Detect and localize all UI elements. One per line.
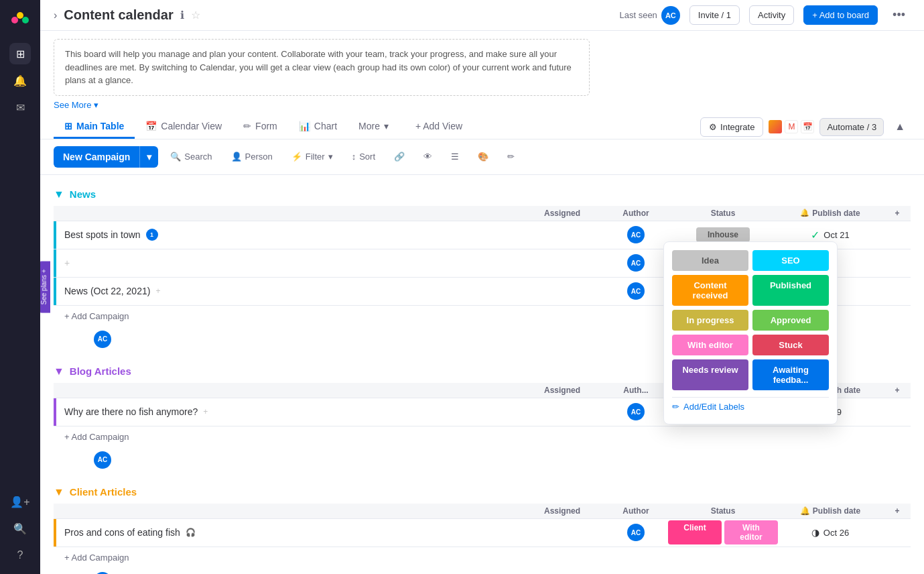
sort-button[interactable]: ↕ Sort bbox=[345, 148, 382, 166]
collapse-sidebar-icon[interactable]: › bbox=[54, 9, 57, 21]
app-logo[interactable] bbox=[8, 8, 32, 32]
group-news-title[interactable]: News bbox=[70, 188, 96, 200]
tab-calendar-view[interactable]: 📅 Calendar View bbox=[135, 115, 233, 139]
row-name-eating-fish[interactable]: Pros and cons of eating fish 🎧 bbox=[56, 520, 522, 544]
col-header-add-client[interactable]: + bbox=[884, 506, 911, 516]
status-badge-with-editor[interactable]: With editor bbox=[724, 520, 778, 544]
nav-add-icon[interactable]: 👤+ bbox=[9, 491, 31, 512]
add-to-board-button[interactable]: + Add to board bbox=[803, 5, 878, 25]
status-option-idea[interactable]: Idea bbox=[672, 250, 748, 271]
status-option-seo[interactable]: SEO bbox=[752, 250, 829, 271]
filter-button[interactable]: ⚡ Filter ▾ bbox=[285, 148, 340, 166]
status-option-awaiting[interactable]: Awaiting feedba... bbox=[752, 359, 829, 390]
paint-icon[interactable]: 🎨 bbox=[471, 148, 495, 166]
tab-chart[interactable]: 📊 Chart bbox=[288, 115, 348, 139]
more-options-icon[interactable]: ••• bbox=[887, 5, 911, 25]
col-header-status-news: Status bbox=[669, 209, 777, 218]
integrate-button[interactable]: ⚙ Integrate bbox=[700, 117, 763, 137]
see-more-button[interactable]: See More ▾ bbox=[54, 100, 911, 110]
author-avatar-published: AC bbox=[627, 254, 645, 272]
col-header-add-news[interactable]: + bbox=[884, 209, 911, 218]
status-option-published[interactable]: Published bbox=[752, 275, 829, 306]
col-header-status-client: Status bbox=[669, 506, 777, 516]
new-campaign-button[interactable]: New Campaign ▾ bbox=[54, 146, 158, 168]
activity-button[interactable]: Activity bbox=[749, 5, 794, 25]
col-header-name-client bbox=[56, 508, 522, 514]
row-author-1: AC bbox=[602, 226, 669, 243]
publish-check-icon-1: ✓ bbox=[811, 229, 819, 241]
info-icon[interactable]: ℹ bbox=[180, 9, 184, 21]
group-blog-expand-icon[interactable]: ▼ bbox=[54, 365, 64, 378]
status-option-approved[interactable]: Approved bbox=[752, 310, 829, 331]
gmail-icon[interactable]: M bbox=[785, 120, 798, 133]
row-status-eating-fish[interactable]: Client With editor bbox=[669, 520, 777, 544]
status-badge-client[interactable]: Client bbox=[668, 520, 722, 544]
status-option-stuck[interactable]: Stuck bbox=[752, 335, 829, 355]
author-avatar-fish: AC bbox=[627, 403, 645, 420]
header-actions: Last seen AC Invite / 1 Activity + Add t… bbox=[619, 5, 911, 25]
group-client-title[interactable]: Client Articles bbox=[70, 486, 137, 498]
group-client-header: ▼ Client Articles bbox=[54, 486, 911, 498]
col-header-author-client: Author bbox=[602, 506, 669, 516]
add-campaign-client[interactable]: + Add Campaign bbox=[54, 547, 911, 568]
row-name-news-oct[interactable]: News (Oct 22, 2021) + bbox=[56, 279, 522, 303]
new-campaign-dropdown-icon[interactable]: ▾ bbox=[139, 146, 158, 168]
filter-chevron-icon: ▾ bbox=[328, 152, 333, 162]
col-header-assigned-client: Assigned bbox=[522, 506, 602, 516]
add-icon-fish: + bbox=[203, 407, 208, 416]
sort-icon: ↕ bbox=[352, 152, 356, 162]
comment-badge[interactable]: 1 bbox=[146, 229, 158, 241]
group-blog-title[interactable]: Blog Articles bbox=[70, 365, 131, 377]
group-news-expand-icon[interactable]: ▼ bbox=[54, 188, 64, 200]
integrate-icon: ⚙ bbox=[709, 122, 717, 132]
col-header-add-blog[interactable]: + bbox=[884, 386, 911, 395]
add-campaign-blog[interactable]: + Add Campaign bbox=[54, 426, 911, 447]
row-publish-eating-fish: ◑ Oct 26 bbox=[777, 527, 884, 538]
row-name-best-spots[interactable]: Best spots in town 1 bbox=[56, 222, 522, 247]
monday-icon[interactable] bbox=[769, 120, 782, 133]
status-option-in-progress[interactable]: In progress bbox=[672, 310, 748, 331]
row-name-fish[interactable]: Why are there no fish anymore? + bbox=[56, 400, 522, 424]
col-header-author-news: Author bbox=[602, 209, 669, 218]
nav-help-icon[interactable]: ? bbox=[9, 544, 31, 566]
tab-more[interactable]: More ▾ bbox=[348, 115, 399, 139]
chevron-more-icon: ▾ bbox=[384, 121, 389, 131]
row-status-1[interactable]: Inhouse bbox=[669, 227, 777, 242]
nav-bell-icon[interactable]: 🔔 bbox=[9, 70, 31, 91]
chart-icon: 📊 bbox=[299, 121, 310, 131]
status-dropdown[interactable]: Idea SEO Content received Published In p… bbox=[663, 241, 838, 424]
star-icon[interactable]: ☆ bbox=[191, 9, 200, 21]
col-header-name-blog bbox=[56, 388, 522, 393]
nav-search-icon[interactable]: 🔍 bbox=[9, 518, 31, 539]
collapse-icon[interactable]: ▲ bbox=[889, 118, 911, 135]
person-button[interactable]: 👤 Person bbox=[224, 148, 279, 166]
search-button[interactable]: 🔍 Search bbox=[163, 148, 218, 166]
nav-inbox-icon[interactable]: ✉ bbox=[9, 97, 31, 118]
add-edit-labels-button[interactable]: ✏ Add/Edit Labels bbox=[672, 397, 829, 416]
tab-add-view[interactable]: + Add View bbox=[405, 115, 473, 139]
tab-main-table[interactable]: ⊞ Main Table bbox=[54, 115, 135, 139]
status-option-needs-review[interactable]: Needs review bbox=[672, 359, 748, 390]
edit-icon[interactable]: ✏ bbox=[501, 148, 521, 166]
header: › Content calendar ℹ ☆ Last seen AC Invi… bbox=[40, 0, 924, 31]
col-header-assigned-news: Assigned bbox=[522, 209, 602, 218]
headphone-icon: 🎧 bbox=[186, 528, 196, 537]
row-publish-1: ✓ Oct 21 bbox=[777, 229, 884, 241]
status-option-with-editor[interactable]: With editor bbox=[672, 335, 748, 355]
add-person-icon: + bbox=[64, 257, 70, 268]
invite-button[interactable]: Invite / 1 bbox=[689, 5, 740, 25]
hide-icon[interactable]: 👁 bbox=[417, 148, 439, 166]
integrate-icons: M 📅 bbox=[769, 120, 814, 133]
row-name-published[interactable]: + bbox=[56, 251, 522, 275]
status-badge-inhouse-1[interactable]: Inhouse bbox=[696, 227, 750, 242]
status-option-content-received[interactable]: Content received bbox=[672, 275, 748, 306]
group-client: ▼ Client Articles Assigned Author Status… bbox=[54, 486, 911, 575]
row-height-icon[interactable]: ☰ bbox=[444, 148, 466, 166]
nav-home-icon[interactable]: ⊞ bbox=[9, 43, 31, 64]
automate-button[interactable]: Automate / 3 bbox=[819, 118, 884, 136]
status-options-grid: Idea SEO Content received Published In p… bbox=[672, 250, 829, 390]
tab-form[interactable]: ✏ Form bbox=[233, 115, 288, 139]
link-icon[interactable]: 🔗 bbox=[387, 148, 411, 166]
gcal-icon[interactable]: 📅 bbox=[801, 120, 814, 133]
group-client-expand-icon[interactable]: ▼ bbox=[54, 486, 64, 498]
